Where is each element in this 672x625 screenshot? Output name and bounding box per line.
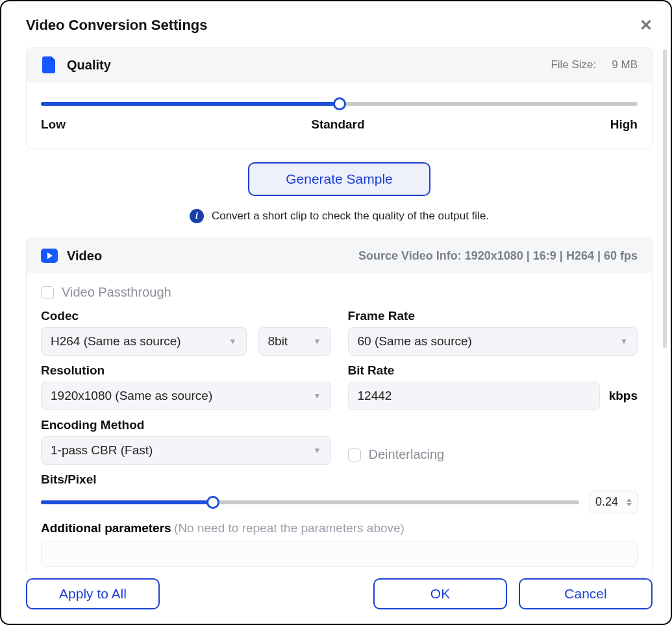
play-icon — [41, 247, 58, 264]
chevron-down-icon: ▼ — [314, 337, 321, 346]
stepper-icon[interactable] — [627, 498, 632, 506]
bitrate-unit: kbps — [609, 389, 638, 403]
bitrate-field: Bit Rate 12442 kbps — [348, 363, 638, 410]
bitdepth-select[interactable]: 8bit ▼ — [258, 327, 331, 356]
additional-params-hint: (No need to repeat the parameters above) — [174, 521, 404, 535]
video-header: Video Source Video Info: 1920x1080 | 16:… — [27, 238, 652, 273]
video-section: Video Source Video Info: 1920x1080 | 16:… — [26, 238, 653, 572]
file-size-value: 9 MB — [612, 58, 638, 71]
quality-mid-label: Standard — [311, 117, 364, 132]
deinterlacing-field: Deinterlacing — [348, 418, 638, 465]
bits-pixel-input[interactable]: 0.24 — [590, 491, 638, 513]
encoding-value: 1-pass CBR (Fast) — [51, 443, 153, 458]
resolution-select[interactable]: 1920x1080 (Same as source) ▼ — [41, 382, 331, 410]
chevron-down-icon: ▼ — [314, 391, 321, 400]
file-size-label: File Size: — [551, 58, 596, 71]
dialog-title: Video Conversion Settings — [26, 17, 208, 34]
sample-row: Generate Sample i Convert a short clip t… — [26, 162, 653, 231]
passthrough-checkbox[interactable] — [41, 286, 54, 299]
video-title: Video — [67, 249, 102, 263]
bitrate-input[interactable]: 12442 — [348, 382, 600, 410]
quality-slider-fill — [41, 102, 340, 106]
codec-label: Codec — [41, 309, 331, 323]
framerate-select[interactable]: 60 (Same as source) ▼ — [348, 327, 638, 356]
bitrate-label: Bit Rate — [348, 363, 638, 378]
bits-pixel-slider[interactable] — [41, 500, 579, 504]
bits-pixel-value: 0.24 — [595, 495, 618, 509]
close-icon[interactable]: ✕ — [640, 18, 653, 33]
source-video-info: Source Video Info: 1920x1080 | 16:9 | H2… — [358, 249, 638, 263]
bits-pixel-slider-fill — [41, 500, 213, 504]
quality-title: Quality — [67, 58, 111, 73]
generate-sample-button[interactable]: Generate Sample — [248, 162, 430, 196]
codec-field: Codec H264 (Same as source) ▼ 8bit ▼ — [41, 309, 331, 356]
deinterlacing-label: Deinterlacing — [369, 447, 445, 462]
bits-pixel-slider-thumb[interactable] — [206, 496, 219, 509]
quality-header: Quality File Size: 9 MB — [27, 47, 652, 82]
dialog-header: Video Conversion Settings ✕ — [1, 1, 671, 40]
encoding-label: Encoding Method — [41, 418, 331, 432]
quality-slider-thumb[interactable] — [333, 97, 346, 110]
quality-slider-labels: Low Standard High — [41, 117, 638, 132]
file-icon — [41, 56, 58, 73]
info-icon: i — [190, 209, 204, 223]
passthrough-row: Video Passthrough — [41, 285, 638, 300]
quality-section: Quality File Size: 9 MB Low Standard Hig… — [26, 47, 653, 149]
dialog-body: Quality File Size: 9 MB Low Standard Hig… — [1, 40, 671, 572]
video-conversion-dialog: Video Conversion Settings ✕ Quality File… — [0, 0, 672, 625]
quality-slider[interactable] — [41, 102, 638, 106]
scrollbar[interactable] — [663, 49, 667, 348]
quality-high-label: High — [610, 117, 638, 132]
dialog-footer: Apply to All OK Cancel — [1, 572, 671, 624]
codec-select[interactable]: H264 (Same as source) ▼ — [41, 327, 247, 356]
codec-value: H264 (Same as source) — [51, 334, 181, 349]
chevron-down-icon: ▼ — [229, 337, 237, 346]
bitrate-value: 12442 — [358, 389, 392, 402]
encoding-field: Encoding Method 1-pass CBR (Fast) ▼ — [41, 418, 331, 465]
quality-low-label: Low — [41, 117, 66, 132]
framerate-field: Frame Rate 60 (Same as source) ▼ — [348, 309, 638, 356]
additional-params-label: Additional parameters — [41, 521, 171, 535]
ok-button[interactable]: OK — [373, 578, 507, 609]
sample-hint-row: i Convert a short clip to check the qual… — [190, 209, 489, 223]
resolution-field: Resolution 1920x1080 (Same as source) ▼ — [41, 363, 331, 410]
sample-hint-text: Convert a short clip to check the qualit… — [212, 210, 489, 223]
encoding-select[interactable]: 1-pass CBR (Fast) ▼ — [41, 436, 331, 465]
bitdepth-value: 8bit — [268, 334, 288, 349]
deinterlacing-checkbox[interactable] — [348, 448, 361, 461]
chevron-down-icon: ▼ — [620, 337, 628, 346]
chevron-down-icon: ▼ — [314, 446, 321, 455]
bits-pixel-label: Bits/Pixel — [41, 472, 638, 487]
additional-params-field: Additional parameters (No need to repeat… — [41, 521, 638, 567]
bits-pixel-field: Bits/Pixel 0.24 — [41, 472, 638, 513]
passthrough-label: Video Passthrough — [62, 285, 171, 300]
additional-params-input[interactable] — [41, 541, 638, 567]
framerate-value: 60 (Same as source) — [358, 334, 472, 349]
cancel-button[interactable]: Cancel — [519, 578, 653, 609]
apply-to-all-button[interactable]: Apply to All — [26, 578, 160, 609]
resolution-value: 1920x1080 (Same as source) — [51, 389, 212, 403]
framerate-label: Frame Rate — [348, 309, 638, 323]
resolution-label: Resolution — [41, 363, 331, 378]
